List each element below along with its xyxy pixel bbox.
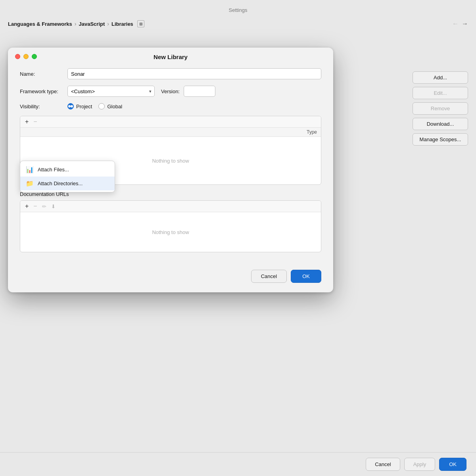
doc-empty-message: Nothing to show <box>20 212 321 252</box>
attach-dropdown: 📊 Attach Files... 📁 Attach Directories..… <box>20 161 115 192</box>
remove-button[interactable]: Remove <box>413 102 468 115</box>
nav-back-arrow[interactable]: ← <box>452 20 459 27</box>
doc-urls-area: + − ✏ ⬇ Nothing to show <box>20 200 321 252</box>
visibility-project-radio[interactable]: Project <box>67 103 92 109</box>
breadcrumb-sep2: › <box>107 21 109 27</box>
global-radio-label: Global <box>107 104 122 109</box>
doc-toolbar: + − ✏ ⬇ <box>20 201 321 212</box>
breadcrumb-libraries[interactable]: Libraries <box>111 21 133 27</box>
visibility-radio-group: Project Global <box>67 103 122 109</box>
layout-icon[interactable]: ⊞ <box>137 20 144 27</box>
visibility-global-radio[interactable]: Global <box>98 103 122 109</box>
breadcrumb-sep1: › <box>75 21 77 27</box>
minimize-window-button[interactable] <box>23 54 29 59</box>
framework-select-wrapper: <Custom> <box>67 86 155 97</box>
doc-remove-button[interactable]: − <box>33 203 38 209</box>
project-radio-label: Project <box>76 104 92 109</box>
files-remove-button[interactable]: − <box>33 119 38 125</box>
settings-ok-button[interactable]: OK <box>439 458 466 471</box>
nav-forward-arrow[interactable]: → <box>462 20 468 27</box>
close-window-button[interactable] <box>15 54 20 59</box>
attach-directories-label: Attach Directories... <box>38 180 83 186</box>
settings-apply-button[interactable]: Apply <box>404 458 436 471</box>
name-input[interactable] <box>67 68 321 79</box>
doc-edit-button[interactable]: ✏ <box>41 204 47 209</box>
manage-scopes-button[interactable]: Manage Scopes... <box>413 133 468 146</box>
attach-directories-item[interactable]: 📁 Attach Directories... <box>20 177 115 190</box>
attach-directories-icon: 📁 <box>26 180 34 187</box>
visibility-label: Visibility: <box>20 104 67 109</box>
attach-files-item[interactable]: 📊 Attach Files... <box>20 163 115 177</box>
name-row: Name: <box>20 68 321 79</box>
right-panel: Add... Edit... Remove Download... Manage… <box>413 71 468 146</box>
download-button[interactable]: Download... <box>413 118 468 130</box>
bottom-bar: Cancel Apply OK <box>0 452 476 476</box>
dialog-cancel-button[interactable]: Cancel <box>251 270 287 283</box>
name-label: Name: <box>20 71 67 77</box>
doc-download-button[interactable]: ⬇ <box>50 204 56 209</box>
dialog-title: New Library <box>8 54 333 60</box>
project-radio-circle <box>67 103 74 109</box>
dialog-ok-button[interactable]: OK <box>291 270 321 283</box>
global-radio-circle <box>98 103 105 109</box>
settings-title: Settings <box>0 0 476 17</box>
files-toolbar: + − <box>20 116 321 128</box>
breadcrumb-javascript[interactable]: JavaScript <box>79 21 105 27</box>
version-label: Version: <box>161 88 180 94</box>
settings-cancel-button[interactable]: Cancel <box>366 458 400 471</box>
nav-arrows: ← → <box>452 20 468 27</box>
type-column-header: Type <box>285 129 317 135</box>
doc-add-button[interactable]: + <box>24 203 29 209</box>
framework-select[interactable]: <Custom> <box>67 86 155 97</box>
breadcrumb: Languages & Frameworks › JavaScript › Li… <box>0 17 476 32</box>
breadcrumb-languages[interactable]: Languages & Frameworks <box>8 21 72 27</box>
files-add-button[interactable]: + <box>24 119 29 125</box>
maximize-window-button[interactable] <box>32 54 37 59</box>
version-input[interactable] <box>184 86 215 97</box>
framework-row: Framework type: <Custom> Version: <box>20 86 321 97</box>
attach-files-icon: 📊 <box>26 166 34 173</box>
files-header: Type <box>20 128 321 137</box>
framework-label: Framework type: <box>20 88 67 94</box>
attach-files-label: Attach Files... <box>38 167 69 173</box>
add-button[interactable]: Add... <box>413 71 468 84</box>
visibility-row: Visibility: Project Global <box>20 103 321 109</box>
modal-footer: Cancel OK <box>8 270 333 292</box>
edit-button[interactable]: Edit... <box>413 87 468 99</box>
